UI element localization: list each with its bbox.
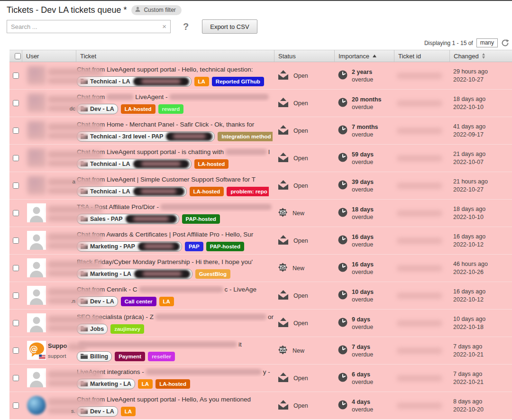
table-row[interactable]: @SupposupportitBillingPaymentresellerNew… bbox=[9, 337, 512, 365]
importance-overdue-label: overdue bbox=[352, 186, 374, 193]
ticket-subject[interactable]: Chat from LiveAgent support portal - Hel… bbox=[77, 395, 274, 404]
column-header-select[interactable] bbox=[9, 50, 22, 62]
label-tag[interactable]: GuestBlog bbox=[195, 269, 230, 279]
label-tag[interactable]: LA bbox=[194, 77, 209, 86]
department-tag[interactable]: Technical - LA bbox=[77, 186, 187, 197]
label-tag[interactable]: Call center bbox=[121, 297, 156, 306]
table-row[interactable]: TSA - Post Affiliate Pro/Dior -Sales - P… bbox=[9, 200, 512, 227]
label-tag[interactable]: PAP-hosted bbox=[182, 214, 220, 224]
table-row[interactable]: Chat from LiveAgent support portal - Hel… bbox=[9, 62, 512, 90]
ticket-subject[interactable]: it bbox=[77, 340, 274, 349]
ticket-subject[interactable]: Chat from LiveAgent support portal - is … bbox=[77, 147, 274, 157]
select-all-checkbox[interactable] bbox=[15, 53, 21, 59]
ticket-subject[interactable]: SEO špecialista (práca) - Zor bbox=[77, 312, 274, 322]
redacted-user-email bbox=[47, 160, 87, 166]
user-cell: @Supposupport bbox=[22, 337, 76, 364]
ticket-subject[interactable]: Black Friday/Cyber Monday Partnership - … bbox=[77, 257, 274, 267]
department-tag[interactable]: Marketing - PAP bbox=[77, 241, 182, 252]
label-tag[interactable]: reseller bbox=[148, 352, 175, 361]
department-tag[interactable]: Marketing - LA bbox=[77, 269, 192, 279]
column-header-changed[interactable]: Changed bbox=[449, 50, 512, 62]
department-tag[interactable]: Billing bbox=[77, 351, 112, 362]
table-row[interactable]: Chat from Home - Merchant Panel - Safir … bbox=[9, 117, 512, 145]
importance-value: 7 months bbox=[352, 123, 378, 131]
label-tag[interactable]: LA bbox=[138, 379, 153, 389]
column-header-ticket[interactable]: Ticket bbox=[76, 50, 274, 62]
redacted-ticket-id bbox=[397, 320, 442, 327]
table-row[interactable]: SEO špecialista (práca) - ZorJobszaujima… bbox=[9, 310, 512, 337]
column-header-ticket_id[interactable]: Ticket id bbox=[394, 50, 449, 62]
redacted-avatar bbox=[27, 121, 46, 140]
table-row[interactable]: dcChat fromLiveAgent -Dev - LALA-hostedr… bbox=[9, 90, 512, 117]
search-input[interactable] bbox=[7, 20, 170, 33]
ticket-subject[interactable]: Chat from Cenník - Cc - LiveAge bbox=[77, 285, 274, 294]
row-checkbox[interactable] bbox=[13, 237, 19, 244]
clear-search-icon[interactable]: × bbox=[162, 22, 166, 31]
label-tag[interactable]: LA bbox=[121, 407, 136, 416]
row-select-cell bbox=[9, 282, 22, 309]
overdue-clock-icon bbox=[338, 153, 347, 164]
department-tag[interactable]: Technical - LA bbox=[77, 159, 192, 169]
ticket-subject[interactable]: LiveAgent integrations -y - bbox=[77, 367, 274, 377]
table-row[interactable]: LiveAgent integrations -y - Marketing - … bbox=[9, 365, 512, 392]
ticket-tags: Dev - LALA bbox=[77, 406, 274, 417]
row-checkbox[interactable] bbox=[13, 73, 19, 79]
label-tag[interactable]: Payment bbox=[115, 352, 145, 361]
ticket-subject[interactable]: Chat from Home - Merchant Panel - Safir … bbox=[77, 120, 274, 129]
row-checkbox[interactable] bbox=[13, 292, 19, 299]
label-tag[interactable]: reward bbox=[158, 104, 184, 114]
row-checkbox[interactable] bbox=[13, 375, 19, 381]
table-row[interactable]: Chat from Awards & Certificates | Post A… bbox=[9, 227, 512, 255]
row-checkbox[interactable] bbox=[13, 183, 19, 189]
overdue-clock-icon bbox=[338, 263, 347, 274]
table-row[interactable]: Chat from LiveAgent support portal - is … bbox=[9, 145, 512, 172]
label-tag[interactable]: Reported GIThub bbox=[212, 77, 264, 86]
table-row[interactable]: .nChat from Cenník - Cc - LiveAgeDev - L… bbox=[9, 282, 512, 310]
label-tag[interactable]: problem: repo bbox=[227, 187, 268, 196]
row-checkbox[interactable] bbox=[13, 100, 19, 106]
ticket-subject[interactable]: Chat from LiveAgent | Simple Customer Su… bbox=[77, 175, 274, 184]
label-tag[interactable]: PAP-hosted bbox=[206, 242, 244, 251]
row-checkbox[interactable] bbox=[13, 155, 19, 161]
label-tag[interactable]: LA-hosted bbox=[194, 159, 229, 169]
label-tag[interactable]: LA-hosted bbox=[155, 379, 190, 389]
export-csv-button[interactable]: Export to CSV bbox=[202, 19, 257, 34]
ticket-subject[interactable]: Chat from Awards & Certificates | Post A… bbox=[77, 230, 274, 239]
refresh-icon[interactable] bbox=[501, 39, 509, 47]
table-row[interactable]: aChat from LiveAgent | Simple Customer S… bbox=[9, 172, 512, 200]
label-tag[interactable]: zaujimavy bbox=[110, 324, 144, 334]
label-tag[interactable]: LA-hosted bbox=[121, 104, 155, 114]
department-tag[interactable]: Technical - 3rd level - PAP bbox=[77, 131, 215, 142]
redacted-user-name bbox=[47, 151, 102, 158]
row-checkbox[interactable] bbox=[13, 265, 19, 271]
importance-text: 16 daysoverdue bbox=[352, 233, 374, 248]
row-checkbox[interactable] bbox=[13, 210, 19, 216]
label-tag[interactable]: PAP bbox=[185, 242, 203, 251]
label-tag[interactable]: LA bbox=[159, 297, 174, 306]
ticket-id-cell bbox=[394, 172, 449, 199]
column-header-user[interactable]: User bbox=[22, 50, 76, 62]
table-row[interactable]: s.Chat from LiveAgent support portal - H… bbox=[9, 392, 512, 420]
help-icon[interactable]: ? bbox=[183, 21, 189, 32]
row-checkbox[interactable] bbox=[13, 128, 19, 134]
column-header-importance[interactable]: Importance bbox=[334, 50, 394, 62]
redacted-user-name bbox=[47, 316, 102, 323]
overdue-clock-icon bbox=[338, 235, 347, 247]
ticket-subject[interactable]: Chat fromLiveAgent - bbox=[77, 92, 274, 102]
row-checkbox[interactable] bbox=[13, 402, 19, 409]
status-cell: Open bbox=[274, 227, 334, 254]
table-row[interactable]: Black Friday/Cyber Monday Partnership - … bbox=[9, 255, 512, 282]
ticket-tags: Dev - LACall centerLA bbox=[77, 296, 274, 307]
custom-filter-badge[interactable]: Custom filter bbox=[131, 5, 181, 15]
ticket-subject[interactable]: TSA - Post Affiliate Pro/Dior - bbox=[77, 202, 274, 212]
label-tag[interactable]: Integration method bbox=[218, 132, 272, 141]
column-header-status[interactable]: Status bbox=[274, 50, 334, 62]
department-tag[interactable]: Technical - LA bbox=[77, 76, 192, 87]
row-checkbox[interactable] bbox=[13, 320, 19, 326]
row-checkbox[interactable] bbox=[13, 347, 19, 354]
ticket-subject[interactable]: Chat from LiveAgent support portal - Hel… bbox=[77, 65, 274, 74]
label-tag[interactable]: LA-hosted bbox=[190, 187, 224, 196]
department-tag[interactable]: Sales - PAP bbox=[77, 214, 179, 224]
count-button[interactable]: many bbox=[476, 38, 498, 47]
ticket-cell: Chat from Home - Merchant Panel - Safir … bbox=[76, 117, 274, 144]
